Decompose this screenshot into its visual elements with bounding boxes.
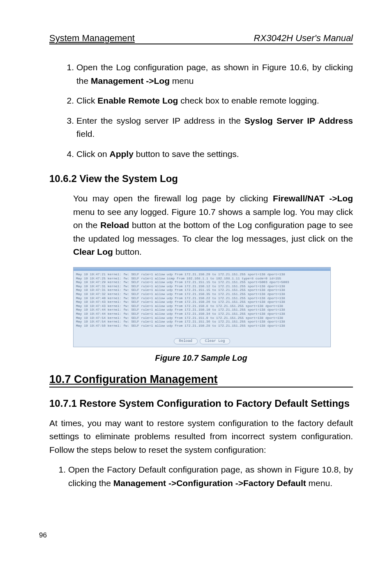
step-text: Open the Log configuration page, as show… <box>76 61 353 88</box>
menu-path: Firewall/NAT ->Log <box>273 194 353 203</box>
step-number: 2. <box>62 94 74 108</box>
menu-path: Management ->Log <box>91 76 170 85</box>
page-header: System Management RX3042H User's Manual <box>49 33 353 44</box>
log-output-area: May 19 19:47:21 kernel: fw: SELF rule=1 … <box>74 271 330 336</box>
figure-sample-log: May 19 19:47:21 kernel: fw: SELF rule=1 … <box>73 267 331 347</box>
reload-button[interactable]: Reload <box>174 338 198 344</box>
ui-label: Reload <box>100 220 129 230</box>
list-item: 2. Click Enable Remote Log check box to … <box>62 94 353 108</box>
step-text: Open the Factory Default configuration p… <box>68 463 353 490</box>
section-heading-config-management: 10.7 Configuration Management <box>49 373 353 387</box>
step-number: 3. <box>62 114 74 141</box>
figure-title-bar <box>74 267 330 271</box>
header-section-title: System Management <box>49 33 135 44</box>
open-log-steps: 1. Open the Log configuration page, as s… <box>62 61 353 161</box>
step-number: 4. <box>62 148 74 161</box>
restore-paragraph: At times, you may want to restore system… <box>49 417 353 457</box>
ui-label: Clear Log <box>73 247 113 256</box>
list-item: 4. Click on Apply button to save the set… <box>62 148 353 161</box>
ui-label: Syslog Server IP Address <box>244 116 353 125</box>
menu-path: Management ->Configuration ->Factory Def… <box>113 478 306 488</box>
restore-steps: 1. Open the Factory Default configuratio… <box>53 463 353 490</box>
page-number: 96 <box>0 527 392 552</box>
list-item: 1. Open the Factory Default configuratio… <box>53 463 353 490</box>
step-number: 1. <box>53 463 66 490</box>
ui-label: Enable Remote Log <box>97 96 178 105</box>
list-item: 1. Open the Log configuration page, as s… <box>62 61 353 88</box>
list-item: 3. Enter the syslog server IP address in… <box>62 114 353 141</box>
ui-label: Apply <box>110 149 134 159</box>
subheading-restore-factory: 10.7.1 Restore System Configuration to F… <box>49 398 353 409</box>
view-log-paragraph: You may open the firewall log page by cl… <box>73 192 353 259</box>
step-text: Click on Apply button to save the settin… <box>76 148 353 161</box>
figure-caption: Figure 10.7 Sample Log <box>49 353 353 363</box>
figure-button-row: Reload Clear Log <box>74 336 330 347</box>
clear-log-button[interactable]: Clear Log <box>200 338 231 344</box>
step-number: 1. <box>62 61 74 88</box>
step-text: Click Enable Remote Log check box to ena… <box>76 94 353 108</box>
subheading-view-system-log: 10.6.2 View the System Log <box>49 173 353 184</box>
header-manual-title: RX3042H User's Manual <box>254 33 353 44</box>
step-text: Enter the syslog server IP address in th… <box>76 114 353 141</box>
